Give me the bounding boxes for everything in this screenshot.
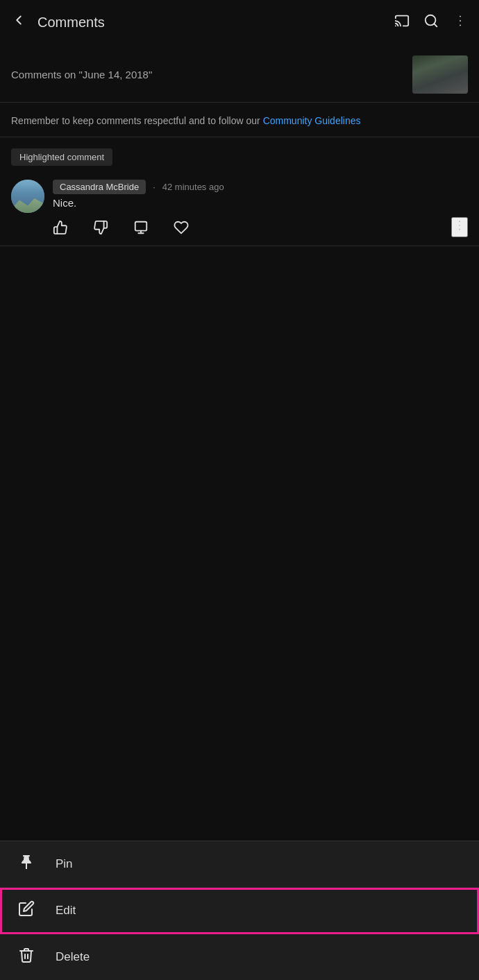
highlighted-badge: Highlighted comment xyxy=(11,148,468,166)
svg-line-2 xyxy=(434,24,437,26)
edit-icon xyxy=(17,900,36,921)
comment-body: Cassandra McBride · 42 minutes ago Nice. xyxy=(53,180,468,246)
svg-point-11 xyxy=(459,229,460,230)
comment-row: Cassandra McBride · 42 minutes ago Nice. xyxy=(11,180,468,246)
comment-container: Cassandra McBride · 42 minutes ago Nice. xyxy=(0,174,479,246)
svg-point-10 xyxy=(459,225,460,226)
guidelines-text: Remember to keep comments respectful and… xyxy=(11,114,468,128)
edit-label: Edit xyxy=(56,904,76,918)
svg-point-3 xyxy=(460,15,461,17)
svg-rect-6 xyxy=(135,221,147,230)
more-vertical-icon[interactable] xyxy=(453,13,468,32)
svg-point-5 xyxy=(460,24,461,26)
header: Comments xyxy=(0,0,479,44)
cast-icon[interactable] xyxy=(394,13,410,32)
comment-more-button[interactable] xyxy=(451,217,468,237)
comment-text: Nice. xyxy=(53,197,468,209)
delete-label: Delete xyxy=(56,950,90,964)
video-thumbnail[interactable] xyxy=(412,55,468,94)
header-icons xyxy=(394,13,468,32)
page-title: Comments xyxy=(37,15,394,31)
comment-divider xyxy=(0,246,479,246)
heart-button[interactable] xyxy=(174,220,189,235)
comment-separator: · xyxy=(153,182,156,192)
comment-time: 42 minutes ago xyxy=(162,182,224,192)
video-info-text: Comments on "June 14, 2018" xyxy=(11,69,404,80)
comment-actions xyxy=(53,214,468,246)
menu-item-delete[interactable]: Delete xyxy=(0,934,479,980)
thumbs-up-button[interactable] xyxy=(53,220,68,235)
svg-point-4 xyxy=(460,20,461,22)
reply-button[interactable] xyxy=(133,220,149,235)
search-icon[interactable] xyxy=(423,13,439,32)
svg-point-9 xyxy=(459,221,460,222)
delete-icon xyxy=(17,947,36,968)
thumbs-down-button[interactable] xyxy=(93,220,108,235)
video-info-row: Comments on "June 14, 2018" xyxy=(0,44,479,103)
pin-label: Pin xyxy=(56,857,73,871)
highlighted-label: Highlighted comment xyxy=(11,148,112,166)
menu-item-edit[interactable]: Edit xyxy=(0,888,479,934)
community-guidelines-link[interactable]: Community Guidelines xyxy=(263,115,361,126)
guidelines-section: Remember to keep comments respectful and… xyxy=(0,103,479,137)
menu-item-pin[interactable]: Pin xyxy=(0,841,479,888)
avatar xyxy=(11,180,44,213)
bottom-menu: Pin Edit Delete xyxy=(0,841,479,980)
comment-author: Cassandra McBride xyxy=(53,180,146,194)
comment-meta: Cassandra McBride · 42 minutes ago xyxy=(53,180,468,194)
back-button[interactable] xyxy=(11,12,26,32)
pin-icon xyxy=(17,854,36,875)
